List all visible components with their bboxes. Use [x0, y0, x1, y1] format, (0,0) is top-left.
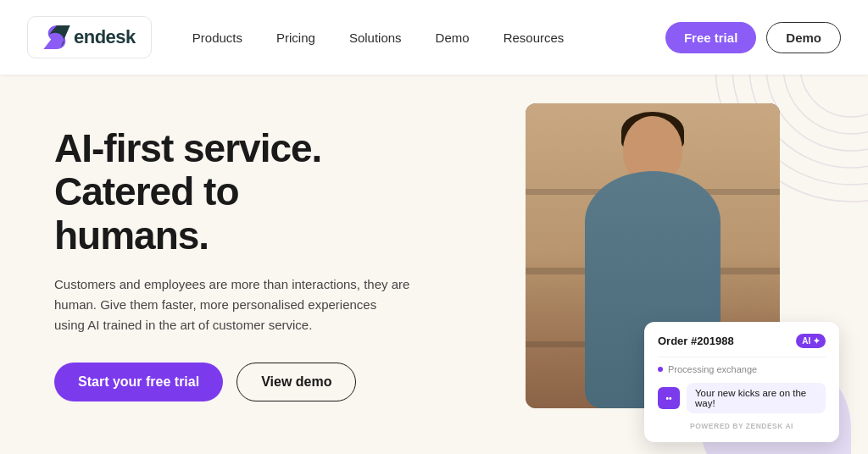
- nav-solutions[interactable]: Solutions: [336, 24, 415, 52]
- processing-text: Processing exchange: [668, 364, 757, 374]
- hero-content: AI-first service. Catered to humans. Cus…: [54, 127, 461, 402]
- nav-pricing[interactable]: Pricing: [263, 24, 329, 52]
- nav-demo[interactable]: Demo: [422, 24, 483, 52]
- demo-nav-button[interactable]: Demo: [766, 22, 841, 53]
- message-avatar: ••: [658, 387, 680, 409]
- nav-actions: Free trial Demo: [665, 22, 841, 53]
- powered-by-text: POWERED BY ZENDESK AI: [658, 422, 826, 430]
- order-divider: [658, 357, 826, 357]
- processing-dot: [658, 367, 663, 372]
- logo[interactable]: endesk: [27, 16, 152, 58]
- view-demo-button[interactable]: View demo: [236, 363, 356, 401]
- hero-image-area: Order #201988 AI ✦ Processing exchange •…: [526, 103, 814, 425]
- nav-products[interactable]: Products: [179, 24, 256, 52]
- order-card: Order #201988 AI ✦ Processing exchange •…: [644, 322, 839, 442]
- main-nav: Products Pricing Solutions Demo Resource…: [179, 24, 665, 52]
- hero-headline: AI-first service. Catered to humans.: [54, 127, 461, 258]
- message-row: •• Your new kicks are on the way!: [658, 383, 826, 413]
- logo-text: endesk: [74, 26, 136, 48]
- logo-svg: endesk: [43, 25, 136, 49]
- nav-resources[interactable]: Resources: [490, 24, 578, 52]
- processing-row: Processing exchange: [658, 364, 826, 374]
- hero-section: AI-first service. Catered to humans. Cus…: [0, 75, 868, 454]
- ai-badge: AI ✦: [796, 334, 826, 348]
- free-trial-button[interactable]: Free trial: [665, 22, 756, 53]
- header: endesk Products Pricing Solutions Demo R…: [0, 0, 868, 75]
- hero-buttons: Start your free trial View demo: [54, 363, 461, 401]
- order-card-header: Order #201988 AI ✦: [658, 334, 826, 348]
- order-number: Order #201988: [658, 335, 734, 347]
- hero-subtext: Customers and employees are more than in…: [54, 274, 410, 335]
- start-trial-button[interactable]: Start your free trial: [54, 363, 223, 401]
- message-bubble: Your new kicks are on the way!: [687, 383, 826, 413]
